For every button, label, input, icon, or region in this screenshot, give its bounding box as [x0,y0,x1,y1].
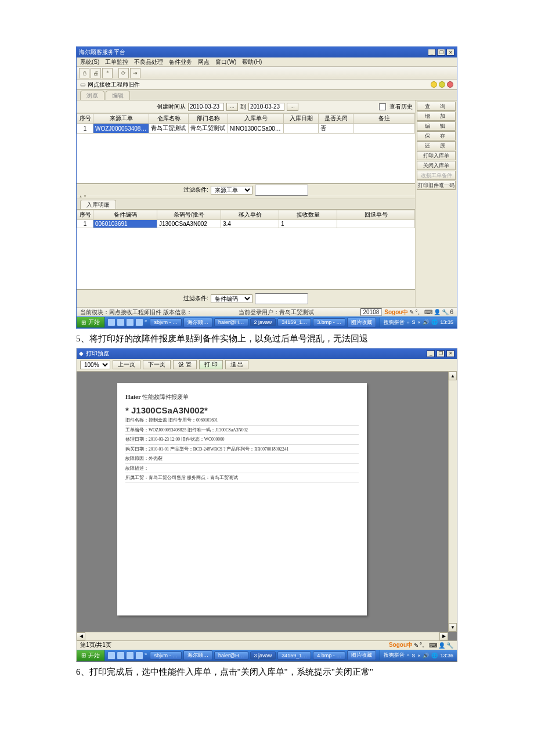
tray2-vol-icon: 🔊 [423,653,429,658]
horizontal-scrollbar[interactable]: ◀ ▶ [77,632,448,640]
quicklaunch-folder-icon[interactable] [135,318,143,326]
print-button[interactable]: 打 印 [199,360,223,369]
date-from-picker-button[interactable]: … [226,103,238,111]
scroll-down-arrow-icon[interactable]: ▼ [449,623,457,632]
task-item-sbjvm[interactable]: sbjvm - … [150,318,182,326]
doc-row-workorder: 工单编号：WOZJ000053408825 旧件唯一码：J1300CSaA3N0… [125,426,359,435]
task2-item-javaw[interactable]: 3 javaw [250,651,276,660]
next-page-button[interactable]: 下一页 [143,360,171,369]
toolbar-btn-1[interactable]: ⎙ [79,68,89,78]
toolbar-btn-4[interactable]: ⟳ [118,68,129,78]
windows-logo-icon: ⊞ [81,319,86,326]
grid2-r1-barcode: J1300CSaA3N002 [157,220,221,228]
minimize-button[interactable]: _ [428,49,436,56]
btn-close-inbound[interactable]: 关闭入库单 [417,161,456,170]
grid1-row-1[interactable]: 1 WOZJ000053408825 青岛工贸测试 青岛工贸测试 NINO130… [77,124,415,134]
toolbar-btn-5[interactable]: ⇥ [130,68,140,78]
grid1-filter-select[interactable]: 来源工单 [211,186,252,195]
grid1-filter-input[interactable] [255,185,308,196]
preview-ime-icon-5: 🔧 [446,642,453,649]
setup-button[interactable]: 设 置 [173,360,197,369]
prev-page-button[interactable]: 上一页 [113,360,140,369]
date-from-input[interactable] [188,103,224,111]
zoom-select[interactable]: 100% [80,361,110,369]
task2-item-haierh[interactable]: haier@H… [214,651,248,660]
btn-edit[interactable]: 编 辑 [417,121,456,131]
menu-help[interactable]: 帮助(H) [242,58,262,66]
tab-browse[interactable]: 浏览 [80,91,104,100]
preview-ime-icon-1: ✎ [414,642,418,649]
quicklaunch-ie-icon[interactable] [107,318,116,326]
preview-maximize-button[interactable]: ❐ [436,350,445,357]
scrap-form-document: Haier 性能故障件报废单 * J1300CSaA3N002* 旧件名称：控制… [117,383,367,491]
menu-system[interactable]: 系统(S) [80,58,99,66]
date-to-input[interactable] [248,103,284,111]
grid2-row-1[interactable]: 1 0060103691 J1300CSaA3N002 3.4 1 [77,220,415,228]
btn-query[interactable]: 查 询 [417,102,456,111]
quicklaunch-desktop-icon[interactable] [117,318,125,326]
menu-defect-handling[interactable]: 不良品处理 [134,58,163,66]
btn-save[interactable]: 保 存 [417,131,456,141]
status-date-box: 20108 [360,308,383,316]
btn-add[interactable]: 增 加 [417,111,456,121]
ql2-desktop-icon[interactable] [117,651,125,660]
ql2-media-icon[interactable] [126,651,134,660]
view-history-checkbox[interactable] [379,103,386,110]
task-item-haierh[interactable]: haier@H… [214,318,248,326]
menu-workorder-monitor[interactable]: 工单监控 [105,58,128,66]
task2-item-picfav[interactable]: 图片收藏 [347,650,376,660]
task2-item-sbjvm[interactable]: sbjvm - … [150,651,182,660]
btn-restore[interactable]: 还 原 [417,141,456,150]
splitter[interactable] [77,196,415,199]
toolbar-btn-3[interactable]: ＊ [102,68,113,78]
doc-row-branch: 所属工贸：青岛工贸公司售后 服务网点：青岛工贸测试 [125,473,359,483]
preview-close-button[interactable]: ✕ [446,350,454,357]
tab-edit[interactable]: 编辑 [106,91,130,100]
btn-modify-parts[interactable]: 改损工单备件 [417,171,456,180]
tray-clock: 13:35 [440,319,453,325]
ql2-folder-icon[interactable] [135,651,143,660]
task2-item-34159[interactable]: 34159_1… [277,651,311,660]
close-button[interactable]: ✕ [446,49,454,56]
toolbar-btn-2[interactable]: 🖨 [91,68,101,78]
tab-inbound-detail[interactable]: 入库明细 [80,200,116,209]
grid2-filter-select[interactable]: 备件编码 [211,294,252,303]
maximize-button[interactable]: ❐ [437,49,445,56]
quicklaunch-media-icon[interactable] [126,318,134,326]
ql2-ie-icon[interactable] [107,651,116,660]
menu-branch[interactable]: 网点 [198,58,210,66]
grid2-r1-return [337,220,415,228]
detail-tabs: 入库明细 [77,199,415,210]
grid1-h-closed: 是否关闭 [319,114,353,124]
menu-window[interactable]: 窗口(W) [215,58,236,66]
tray2-shield-icon: « [417,653,420,658]
grid2-h-return: 回退单号 [337,210,415,220]
inbound-detail-grid: 序号 备件编码 条码号/批号 移入单价 接收数量 回退单号 1 00601036… [77,210,415,290]
task-item-34159[interactable]: 34159_1… [277,318,311,326]
grid2-filter-input[interactable] [255,293,308,304]
task-item-bmp[interactable]: 3.bmp - … [313,318,345,326]
task-item-picfav[interactable]: 图片收藏 [347,318,376,327]
menu-spareparts[interactable]: 备件业务 [169,58,192,66]
vertical-scrollbar[interactable]: ▲ ▼ [448,372,457,632]
windows-taskbar-1: ⊞ 开始 » sbjvm - … 海尔顾… haier@H… 2 javaw 3… [77,316,457,328]
grid1-h-seq: 序号 [77,114,93,124]
preview-minimize-button[interactable]: _ [427,350,435,357]
preview-ime-tray: Sogou中 ✎ °。 ⌨ 👤 🔧 [389,641,453,649]
task-item-javaw[interactable]: 2 javaw [250,318,276,326]
windows-logo-icon-2: ⊞ [81,652,86,658]
task-item-haier[interactable]: 海尔顾… [183,318,212,327]
start-button[interactable]: ⊞ 开始 [77,317,105,327]
scroll-up-arrow-icon[interactable]: ▲ [449,372,457,380]
date-to-picker-button[interactable]: … [287,103,298,111]
task2-item-haier[interactable]: 海尔顾… [183,650,212,660]
btn-print-inbound[interactable]: 打印入库单 [417,151,456,160]
exit-button[interactable]: 退 出 [225,360,249,369]
grid1-header-row: 序号 来源工单 仓库名称 部门名称 入库单号 入库日期 是否关闭 备注 [77,114,415,124]
start-button-2[interactable]: ⊞ 开始 [77,650,105,661]
btn-print-unique-code[interactable]: 打印旧件唯一码 [417,181,456,190]
scroll-left-arrow-icon[interactable]: ◀ [77,632,85,640]
task2-item-bmp[interactable]: 4.bmp - … [313,651,345,660]
scroll-right-arrow-icon[interactable]: ▶ [439,632,448,640]
preview-status-bar: 第1页/共1页 Sogou中 ✎ °。 ⌨ 👤 🔧 [77,640,457,650]
